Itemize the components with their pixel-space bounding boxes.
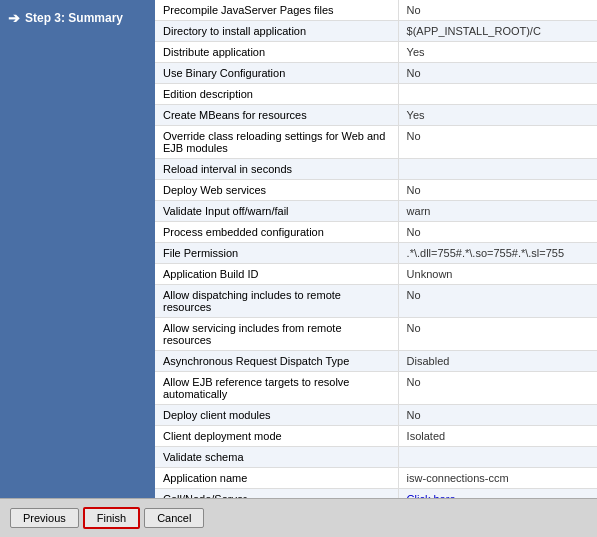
row-value	[398, 159, 597, 180]
table-row: Asynchronous Request Dispatch TypeDisabl…	[155, 351, 597, 372]
sidebar-step: ➔ Step 3: Summary	[8, 10, 123, 26]
cancel-button[interactable]: Cancel	[144, 508, 204, 528]
table-row: Application Build IDUnknown	[155, 264, 597, 285]
summary-table: Precompile JavaServer Pages filesNoDirec…	[155, 0, 597, 498]
row-label: Client deployment mode	[155, 426, 398, 447]
row-label: Use Binary Configuration	[155, 63, 398, 84]
table-row: Application nameisw-connections-ccm	[155, 468, 597, 489]
row-value: No	[398, 318, 597, 351]
row-value: isw-connections-ccm	[398, 468, 597, 489]
table-row: Process embedded configurationNo	[155, 222, 597, 243]
table-row: Client deployment modeIsolated	[155, 426, 597, 447]
row-label: Application name	[155, 468, 398, 489]
row-value: No	[398, 63, 597, 84]
row-label: Create MBeans for resources	[155, 105, 398, 126]
row-value: No	[398, 180, 597, 201]
row-label: Override class reloading settings for We…	[155, 126, 398, 159]
row-value: No	[398, 285, 597, 318]
finish-button[interactable]: Finish	[83, 507, 140, 529]
table-row: Distribute applicationYes	[155, 42, 597, 63]
footer-bar: Previous Finish Cancel	[0, 498, 597, 537]
row-value: Isolated	[398, 426, 597, 447]
table-row: Use Binary ConfigurationNo	[155, 63, 597, 84]
row-value: No	[398, 405, 597, 426]
row-label: Process embedded configuration	[155, 222, 398, 243]
row-value: Click here	[398, 489, 597, 499]
row-value: No	[398, 0, 597, 21]
row-value: warn	[398, 201, 597, 222]
sidebar: ➔ Step 3: Summary	[0, 0, 155, 498]
step-arrow-icon: ➔	[8, 10, 20, 26]
row-label: Application Build ID	[155, 264, 398, 285]
app-container: ➔ Step 3: Summary Precompile JavaServer …	[0, 0, 597, 537]
row-value: Yes	[398, 42, 597, 63]
row-label: File Permission	[155, 243, 398, 264]
table-row: Validate Input off/warn/failwarn	[155, 201, 597, 222]
row-value: $(APP_INSTALL_ROOT)/C	[398, 21, 597, 42]
row-label: Edition description	[155, 84, 398, 105]
row-label: Distribute application	[155, 42, 398, 63]
table-row: Allow servicing includes from remote res…	[155, 318, 597, 351]
table-row: Deploy client modulesNo	[155, 405, 597, 426]
row-label: Allow servicing includes from remote res…	[155, 318, 398, 351]
row-label: Directory to install application	[155, 21, 398, 42]
table-row: Create MBeans for resourcesYes	[155, 105, 597, 126]
row-label: Deploy Web services	[155, 180, 398, 201]
row-label: Allow EJB reference targets to resolve a…	[155, 372, 398, 405]
table-row: Directory to install application$(APP_IN…	[155, 21, 597, 42]
row-value: Disabled	[398, 351, 597, 372]
row-label: Precompile JavaServer Pages files	[155, 0, 398, 21]
row-label: Allow dispatching includes to remote res…	[155, 285, 398, 318]
table-row: Deploy Web servicesNo	[155, 180, 597, 201]
row-value: Unknown	[398, 264, 597, 285]
step-label: Step 3: Summary	[25, 11, 123, 25]
row-value: No	[398, 372, 597, 405]
table-row: Precompile JavaServer Pages filesNo	[155, 0, 597, 21]
table-row: Allow EJB reference targets to resolve a…	[155, 372, 597, 405]
table-row: Allow dispatching includes to remote res…	[155, 285, 597, 318]
row-label: Validate schema	[155, 447, 398, 468]
table-row: Edition description	[155, 84, 597, 105]
previous-button[interactable]: Previous	[10, 508, 79, 528]
row-label: Validate Input off/warn/fail	[155, 201, 398, 222]
row-value	[398, 84, 597, 105]
row-value	[398, 447, 597, 468]
table-row: Override class reloading settings for We…	[155, 126, 597, 159]
main-area: ➔ Step 3: Summary Precompile JavaServer …	[0, 0, 597, 498]
row-label: Asynchronous Request Dispatch Type	[155, 351, 398, 372]
row-value: No	[398, 126, 597, 159]
table-row: Validate schema	[155, 447, 597, 468]
row-label: Deploy client modules	[155, 405, 398, 426]
table-row: Reload interval in seconds	[155, 159, 597, 180]
table-row: File Permission.*\.dll=755#.*\.so=755#.*…	[155, 243, 597, 264]
content-area: Precompile JavaServer Pages filesNoDirec…	[155, 0, 597, 498]
row-value: No	[398, 222, 597, 243]
row-label: Reload interval in seconds	[155, 159, 398, 180]
row-label: Cell/Node/Server	[155, 489, 398, 499]
table-row: Cell/Node/ServerClick here	[155, 489, 597, 499]
row-value: Yes	[398, 105, 597, 126]
row-value: .*\.dll=755#.*\.so=755#.*\.sl=755	[398, 243, 597, 264]
